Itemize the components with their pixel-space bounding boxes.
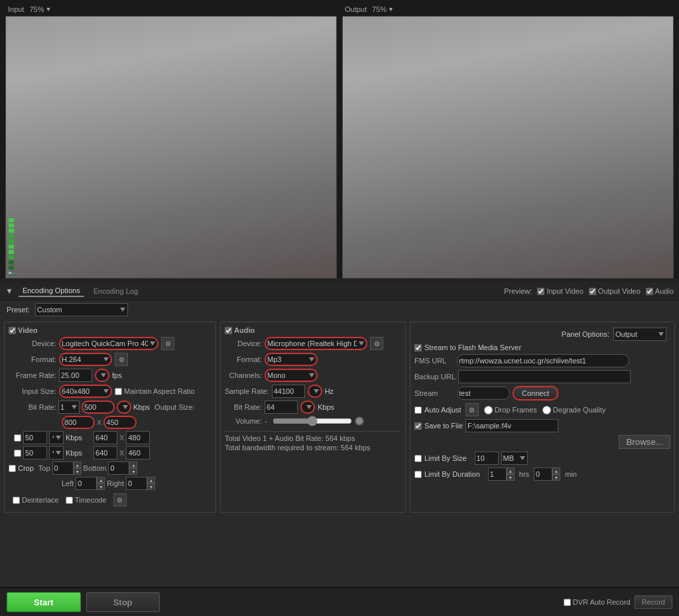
drop-frames-label[interactable]: Drop Frames: [484, 406, 537, 414]
audio-channels-select[interactable]: Mono: [265, 369, 318, 382]
record-button[interactable]: Record: [635, 595, 672, 609]
crop-bottom-down[interactable]: ▼: [129, 468, 137, 475]
audio-device-row: Device: Microphone (Realtek High Defin ⚙: [225, 337, 401, 350]
audio-samplerate-input[interactable]: [272, 385, 305, 398]
panel-options-select[interactable]: Output: [613, 328, 666, 341]
crop-right-down[interactable]: ▼: [147, 483, 155, 490]
audio-bitrate-select[interactable]: ▼: [300, 400, 315, 414]
output-zoom[interactable]: 75% ▼: [372, 5, 394, 13]
output-zoom-arrow[interactable]: ▼: [388, 6, 394, 13]
video-format-settings-btn[interactable]: ⚙: [115, 353, 128, 366]
min-down[interactable]: ▼: [552, 474, 560, 481]
bitrate-kbps-select[interactable]: ▼: [117, 400, 131, 414]
hrs-up[interactable]: ▲: [507, 467, 515, 474]
auto-adjust-checkbox[interactable]: [414, 406, 422, 414]
limit-size-input[interactable]: [475, 452, 499, 465]
video-device-select[interactable]: Logitech QuickCam Pro 4000: [59, 337, 158, 350]
audio-checkbox[interactable]: [646, 288, 653, 295]
limit-duration-checkbox[interactable]: [414, 471, 422, 478]
audio-enable-checkbox[interactable]: [225, 327, 232, 334]
crop-right-up[interactable]: ▲: [147, 477, 155, 483]
dvr-checkbox[interactable]: [564, 599, 571, 606]
input-video-check[interactable]: Input Video: [537, 287, 583, 295]
input-video-checkbox[interactable]: [537, 288, 544, 295]
audio-format-select[interactable]: Mp3: [265, 353, 318, 366]
output-video-check[interactable]: Output Video: [589, 287, 641, 295]
maintain-aspect-checkbox[interactable]: [115, 388, 122, 395]
hrs-down[interactable]: ▼: [507, 474, 515, 481]
volume-slider[interactable]: [273, 416, 352, 426]
video-inputsize-select[interactable]: 640x480: [59, 385, 112, 398]
drop-frames-radio[interactable]: [484, 406, 493, 414]
stream-input[interactable]: [457, 387, 510, 400]
crop-top-input[interactable]: ▲ ▼: [52, 462, 82, 475]
audio-device-settings-btn[interactable]: ⚙: [370, 337, 383, 350]
output-video-checkbox[interactable]: [589, 288, 596, 295]
tab-encoding-log[interactable]: Encoding Log: [90, 286, 142, 296]
out-h3-input[interactable]: [126, 446, 150, 460]
min-up[interactable]: ▲: [552, 467, 560, 474]
crop-right-input[interactable]: ▲ ▼: [126, 477, 155, 490]
crop-left-up[interactable]: ▲: [97, 477, 105, 483]
duration-hrs-input[interactable]: ▲ ▼: [488, 467, 515, 481]
audio-bitrate-input[interactable]: [265, 400, 298, 414]
bitrate2-select[interactable]: ▼: [49, 431, 64, 444]
maintain-aspect-label[interactable]: Maintain Aspect Ratio: [115, 387, 194, 395]
input-zoom[interactable]: 75% ▼: [29, 5, 51, 13]
audio-samplerate-select[interactable]: ▼: [308, 385, 322, 398]
auto-adjust-btn[interactable]: ⚙: [465, 403, 479, 416]
degrade-quality-label[interactable]: Degrade Quality: [542, 406, 606, 414]
audio-device-select[interactable]: Microphone (Realtek High Defin: [265, 337, 367, 350]
backup-url-input[interactable]: [458, 370, 631, 383]
timecode-checkbox[interactable]: [66, 497, 73, 504]
bitrate2-input[interactable]: [23, 431, 47, 444]
degrade-quality-radio[interactable]: [542, 406, 551, 414]
video-format-select[interactable]: H.264: [59, 353, 112, 366]
bitrate3-checkbox[interactable]: [14, 450, 21, 457]
crop-left-down[interactable]: ▼: [97, 483, 105, 490]
preset-select[interactable]: Custom: [35, 303, 128, 316]
bitrate2-checkbox[interactable]: [14, 434, 21, 442]
audio-check[interactable]: Audio: [646, 287, 674, 295]
start-button[interactable]: Start: [7, 592, 81, 612]
video-device-label: Device:: [9, 339, 56, 347]
deinterlace-label[interactable]: Deinterlace: [13, 496, 59, 504]
save-to-file-checkbox[interactable]: [414, 422, 422, 430]
stream-to-fms-checkbox[interactable]: [414, 344, 422, 351]
out-w2-input[interactable]: [93, 431, 117, 444]
volume-knob[interactable]: [355, 416, 364, 426]
deinterlace-checkbox[interactable]: [13, 497, 20, 504]
output-h-input[interactable]: [103, 416, 137, 429]
duration-min-input[interactable]: ▲ ▼: [534, 467, 560, 481]
tab-encoding-options[interactable]: Encoding Options: [19, 285, 84, 297]
video-device-settings-btn[interactable]: ⚙: [161, 337, 174, 350]
out-w3-input[interactable]: [93, 446, 117, 460]
dvr-label[interactable]: DVR Auto Record: [564, 598, 631, 606]
video-framerate-input[interactable]: [59, 369, 92, 382]
crop-left-input[interactable]: ▲ ▼: [76, 477, 105, 490]
crop-bottom-up[interactable]: ▲: [129, 462, 137, 468]
limit-size-checkbox[interactable]: [414, 455, 422, 462]
crop-bottom-input[interactable]: ▲ ▼: [108, 462, 137, 475]
bitrate3-select[interactable]: ▼: [49, 446, 64, 460]
limit-size-unit-select[interactable]: MB: [501, 452, 528, 465]
browse-button[interactable]: Browse...: [619, 435, 670, 449]
crop-top-down[interactable]: ▼: [74, 468, 82, 475]
bitrate3-input[interactable]: [23, 446, 47, 460]
video-framerate-select[interactable]: ▼: [95, 369, 109, 382]
file-path-input[interactable]: [465, 419, 558, 432]
input-zoom-arrow[interactable]: ▼: [46, 6, 52, 13]
timecode-settings-btn[interactable]: ⚙: [113, 493, 127, 507]
output-w-input[interactable]: [62, 416, 95, 429]
crop-top-up[interactable]: ▲: [74, 462, 82, 468]
crop-checkbox[interactable]: [9, 465, 16, 472]
timecode-label[interactable]: Timecode: [66, 496, 107, 504]
out-h2-input[interactable]: [126, 431, 150, 444]
stop-button[interactable]: Stop: [86, 592, 160, 612]
bitrate-num-select[interactable]: 1: [58, 400, 80, 414]
bitrate-kbps-input[interactable]: [82, 400, 115, 414]
connect-button[interactable]: Connect: [513, 386, 558, 400]
fms-url-input[interactable]: [457, 354, 629, 367]
video-enable-checkbox[interactable]: [9, 327, 16, 334]
collapse-arrow[interactable]: ▼: [5, 286, 13, 296]
